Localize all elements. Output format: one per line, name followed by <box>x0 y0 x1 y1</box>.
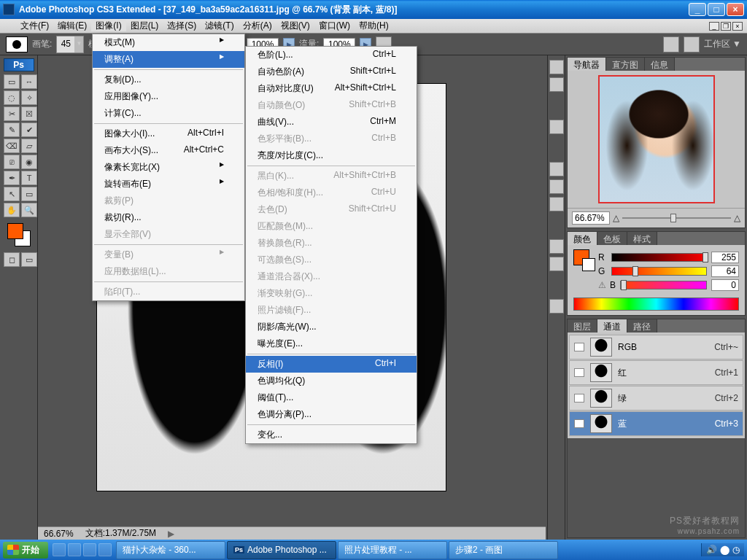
menuitem[interactable]: 色调均化(Q) <box>246 373 417 389</box>
menuitem[interactable]: 计算(C)... <box>93 105 244 122</box>
tray-icon[interactable]: ⬤ <box>720 545 729 555</box>
quickmask-icon[interactable]: ◻ <box>4 252 20 267</box>
system-tray[interactable]: 🔊 ⬤ ◷ <box>701 543 744 556</box>
g-value[interactable]: 64 <box>711 265 739 277</box>
tool-8[interactable]: ⌫ <box>4 139 20 153</box>
start-button[interactable]: 开始 <box>3 542 48 559</box>
menuitem[interactable]: 反相(I)Ctrl+I <box>246 356 417 373</box>
tab-paths[interactable]: 路径 <box>627 319 657 332</box>
menu-8[interactable]: 窗口(W) <box>314 20 355 31</box>
dock-icon[interactable] <box>549 239 564 254</box>
dock-icon[interactable] <box>549 257 564 271</box>
doc-close[interactable]: × <box>732 22 743 31</box>
menuitem[interactable]: 曲线(V)...Ctrl+M <box>246 114 417 131</box>
status-zoom[interactable]: 66.67% <box>44 529 74 539</box>
menuitem[interactable]: 亮度/对比度(C)... <box>246 147 417 164</box>
r-value[interactable]: 255 <box>711 252 739 263</box>
channel-row[interactable]: 红Ctrl+1 <box>569 360 743 385</box>
menuitem[interactable]: 图像大小(I)...Alt+Ctrl+I <box>93 125 244 142</box>
taskbar-button[interactable]: 步骤2 - 画图 <box>449 541 558 559</box>
menuitem[interactable]: 调整(A) <box>93 51 244 68</box>
tab-swatches[interactable]: 色板 <box>597 232 627 245</box>
maximize-button[interactable]: □ <box>708 3 725 16</box>
doc-restore[interactable]: ❐ <box>721 22 731 31</box>
r-slider[interactable] <box>611 253 707 262</box>
menu-1[interactable]: 编辑(E) <box>53 20 91 31</box>
tool-14[interactable]: ↖ <box>4 187 20 201</box>
tool-3[interactable]: ✧ <box>21 90 37 105</box>
panel-bg-color[interactable] <box>582 258 595 271</box>
close-button[interactable]: × <box>727 3 744 16</box>
dock-icon[interactable] <box>549 77 564 92</box>
menuitem[interactable]: 阈值(T)... <box>246 389 417 406</box>
menuitem[interactable]: 自动色阶(A)Shift+Ctrl+L <box>246 63 417 80</box>
menuitem[interactable]: 裁切(R)... <box>93 209 244 226</box>
tool-1[interactable]: ↔ <box>21 74 37 89</box>
menu-3[interactable]: 图层(L) <box>126 20 163 31</box>
taskbar-button[interactable]: PsAdobe Photoshop ... <box>227 541 336 559</box>
taskbar-button[interactable]: 猫扑大杂烩 - 360... <box>116 541 225 559</box>
color-swatches[interactable] <box>6 222 32 248</box>
b-value[interactable]: 0 <box>711 279 739 291</box>
palette-btn-2[interactable] <box>684 36 700 52</box>
spectrum-bar[interactable] <box>573 298 739 311</box>
ql-icon[interactable] <box>68 543 81 556</box>
tool-9[interactable]: ▱ <box>21 139 37 153</box>
menuitem[interactable]: 色阶(L)...Ctrl+L <box>246 47 417 63</box>
menuitem[interactable]: 色调分离(P)... <box>246 406 417 423</box>
menuitem[interactable]: 画布大小(S)...Alt+Ctrl+C <box>93 142 244 159</box>
menu-4[interactable]: 选择(S) <box>163 20 201 31</box>
doc-minimize[interactable]: _ <box>709 22 719 31</box>
menu-7[interactable]: 视图(V) <box>276 20 314 31</box>
taskbar-button[interactable]: 照片处理教程 - ... <box>338 541 447 559</box>
tool-10[interactable]: ⎚ <box>4 155 20 169</box>
navigator-thumb[interactable] <box>598 75 715 203</box>
visibility-icon[interactable] <box>574 394 584 402</box>
tool-7[interactable]: ✔ <box>21 122 37 137</box>
tab-color[interactable]: 颜色 <box>568 232 597 245</box>
tab-histogram[interactable]: 直方图 <box>606 58 645 71</box>
tab-styles[interactable]: 样式 <box>627 232 657 245</box>
channel-row[interactable]: 👁蓝Ctrl+3 <box>569 411 743 436</box>
menu-2[interactable]: 图像(I) <box>91 20 125 31</box>
menuitem[interactable]: 自动对比度(U)Alt+Shift+Ctrl+L <box>246 80 417 97</box>
tab-info[interactable]: 信息 <box>645 58 675 71</box>
dock-icon[interactable] <box>549 197 564 211</box>
menuitem[interactable]: 曝光度(E)... <box>246 335 417 352</box>
screenmode-icon[interactable]: ▭ <box>21 252 37 267</box>
dock-icon[interactable] <box>549 120 564 134</box>
menuitem[interactable]: 像素长宽比(X) <box>93 159 244 176</box>
tool-preset[interactable] <box>6 36 28 52</box>
visibility-icon[interactable] <box>574 343 584 351</box>
ql-icon[interactable] <box>83 543 96 556</box>
tool-11[interactable]: ◉ <box>21 155 37 169</box>
menuitem[interactable]: 变化... <box>246 427 417 443</box>
workspace-menu[interactable]: 工作区 ▼ <box>704 38 741 50</box>
menuitem[interactable]: 阴影/高光(W)... <box>246 319 417 335</box>
tool-17[interactable]: 🔍 <box>21 203 37 217</box>
menuitem[interactable]: 应用图像(Y)... <box>93 88 244 105</box>
tool-13[interactable]: T <box>21 171 37 185</box>
tab-layers[interactable]: 图层 <box>568 319 597 332</box>
nav-zoom-field[interactable]: 66.67% <box>572 211 610 225</box>
channel-row[interactable]: 绿Ctrl+2 <box>569 386 743 411</box>
zoom-out-icon[interactable]: △ <box>613 213 619 223</box>
b-slider[interactable] <box>620 281 707 289</box>
tool-4[interactable]: ✂ <box>4 106 20 121</box>
ql-icon[interactable] <box>53 543 66 556</box>
fg-color[interactable] <box>7 223 23 239</box>
tool-15[interactable]: ▭ <box>21 187 37 201</box>
dock-icon[interactable] <box>549 162 564 176</box>
menu-5[interactable]: 滤镜(T) <box>201 20 238 31</box>
ql-icon[interactable] <box>98 543 112 556</box>
tray-icon[interactable]: ◷ <box>732 545 740 555</box>
tool-6[interactable]: ✎ <box>4 122 20 137</box>
palette-btn-1[interactable] <box>663 36 679 52</box>
visibility-icon[interactable]: 👁 <box>574 419 584 428</box>
dock-icon[interactable] <box>549 179 564 194</box>
menu-0[interactable]: 文件(F) <box>16 20 53 31</box>
tool-0[interactable]: ▭ <box>4 74 20 89</box>
dock-icon[interactable] <box>549 299 564 314</box>
tool-16[interactable]: ✋ <box>4 203 20 217</box>
channel-row[interactable]: RGBCtrl+~ <box>569 335 743 359</box>
